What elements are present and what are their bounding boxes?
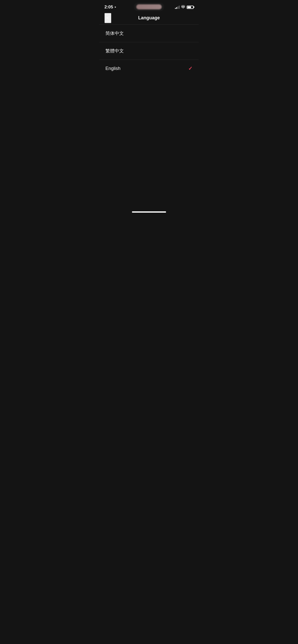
home-indicator <box>132 211 166 213</box>
signal-bar-1 <box>175 8 176 9</box>
dynamic-island <box>134 3 164 11</box>
battery-body <box>187 6 194 9</box>
navigation-bar: < Language <box>99 13 199 25</box>
location-icon: ‣ <box>114 5 116 9</box>
signal-bar-2 <box>176 7 177 9</box>
signal-bar-4 <box>179 6 180 9</box>
signal-bars-icon <box>175 5 180 9</box>
battery-icon <box>187 6 194 9</box>
dynamic-island-content <box>136 4 162 9</box>
time-label: 2:05 <box>104 5 113 10</box>
page-title: Language <box>138 15 160 21</box>
selected-checkmark-icon: ✓ <box>188 65 193 71</box>
language-name-english: English <box>105 66 120 71</box>
status-icons <box>175 5 194 9</box>
language-list: 简体中文 繁體中文 English ✓ <box>99 25 199 77</box>
language-name-traditional-chinese: 繁體中文 <box>105 48 124 54</box>
wifi-icon <box>181 5 185 9</box>
language-item-english[interactable]: English ✓ <box>99 60 199 77</box>
status-bar: 2:05 ‣ <box>99 0 199 13</box>
language-item-traditional-chinese[interactable]: 繁體中文 <box>99 42 199 60</box>
status-time: 2:05 ‣ <box>104 5 116 10</box>
language-item-simplified-chinese[interactable]: 简体中文 <box>99 25 199 42</box>
language-name-simplified-chinese: 简体中文 <box>105 30 124 36</box>
battery-fill <box>187 6 191 8</box>
back-chevron-icon: < <box>106 15 110 21</box>
signal-bar-3 <box>178 6 178 9</box>
back-button[interactable]: < <box>104 13 111 23</box>
